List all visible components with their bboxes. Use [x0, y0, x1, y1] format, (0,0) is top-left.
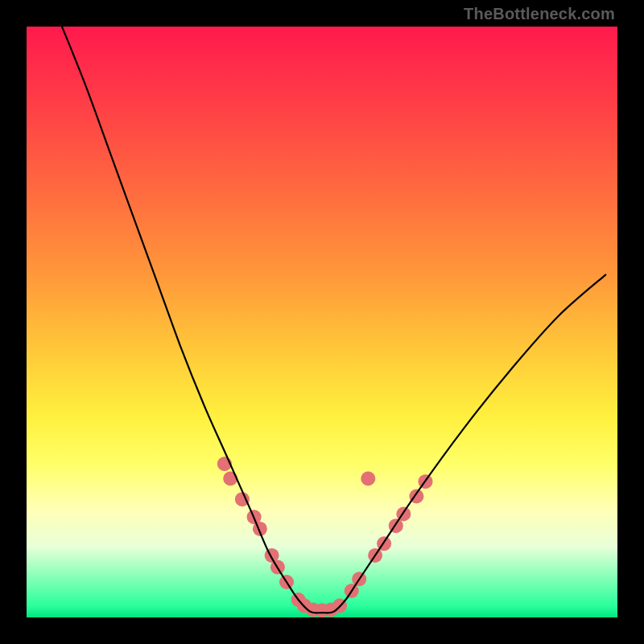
chart-overlay	[27, 27, 617, 617]
plot-area	[27, 27, 617, 617]
marker-dot	[223, 472, 237, 486]
bottleneck-curve	[62, 27, 605, 613]
marker-dot	[361, 472, 375, 486]
markers-group	[217, 456, 433, 617]
chart-frame: TheBottleneck.com	[0, 0, 644, 644]
attribution-text: TheBottleneck.com	[464, 5, 615, 23]
